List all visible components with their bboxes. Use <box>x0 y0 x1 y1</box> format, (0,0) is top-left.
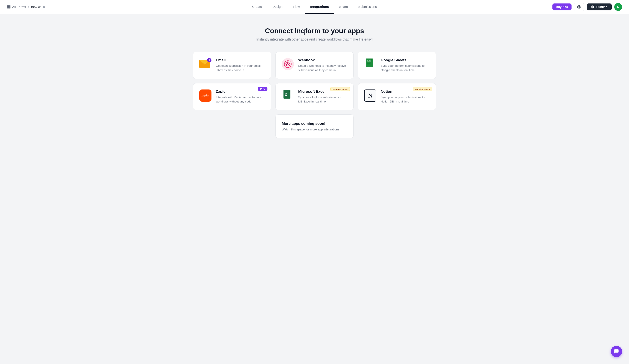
svg-rect-14 <box>369 60 370 61</box>
all-forms-label: All Forms <box>12 5 26 9</box>
page-subtitle: Instantly integrate with other apps and … <box>193 37 436 41</box>
zapier-icon: zapier <box>199 90 211 102</box>
tab-integrations[interactable]: Integrations <box>305 0 334 14</box>
google-sheets-icon <box>364 58 376 70</box>
svg-point-8 <box>289 65 290 66</box>
chat-button[interactable] <box>611 346 622 357</box>
tab-design[interactable]: Design <box>267 0 288 14</box>
excel-desc: Sync your Inqform submissions to MS Exce… <box>298 95 347 104</box>
current-form-name: new w <box>31 5 40 9</box>
svg-text:X: X <box>285 93 287 97</box>
svg-rect-11 <box>367 63 371 63</box>
integrations-grid: 1 Email Get each submission in your emai… <box>193 52 436 110</box>
svg-rect-3 <box>9 7 10 8</box>
tab-flow[interactable]: Flow <box>288 0 305 14</box>
more-apps-card: More apps coming soon! Watch this space … <box>276 114 353 138</box>
webhook-desc: Setup a webhook to instantly receive sub… <box>298 64 347 73</box>
svg-rect-2 <box>7 7 9 8</box>
avatar[interactable]: R <box>614 3 622 11</box>
eye-icon <box>577 5 581 9</box>
svg-rect-12 <box>367 64 370 64</box>
email-icon: 1 <box>199 58 211 70</box>
integration-email[interactable]: 1 Email Get each submission in your emai… <box>193 52 271 79</box>
tab-share[interactable]: Share <box>334 0 353 14</box>
svg-rect-15 <box>370 60 371 61</box>
svg-rect-0 <box>7 5 9 6</box>
integration-webhook[interactable]: Webhook Setup a webhook to instantly rec… <box>276 52 353 79</box>
excel-icon: X <box>282 90 294 102</box>
svg-point-4 <box>579 6 580 7</box>
more-apps-title: More apps coming soon! <box>282 122 347 126</box>
email-desc: Get each submission in your email inbox … <box>216 64 265 73</box>
svg-rect-10 <box>367 62 371 62</box>
integration-notion[interactable]: coming soon N Notion Sync your Inqform s… <box>358 83 436 110</box>
forms-icon <box>7 5 11 9</box>
zapier-desc: Integrate with Zapier and automate workf… <box>216 95 265 104</box>
page-title: Connect Inqform to your apps <box>193 27 436 35</box>
svg-point-6 <box>286 65 287 66</box>
main-content: Connect Inqform to your apps Instantly i… <box>184 14 445 156</box>
notion-icon: N <box>364 90 376 102</box>
rocket-icon <box>591 5 595 9</box>
coming-soon-badge-notion: coming soon <box>413 87 432 91</box>
svg-point-7 <box>287 62 288 63</box>
gsheets-desc: Sync your Inqform submissions to Google … <box>381 64 430 73</box>
webhook-icon <box>282 58 294 70</box>
more-apps-desc: Watch this space for more app integratio… <box>282 128 347 131</box>
all-forms-link[interactable]: All Forms <box>7 5 26 9</box>
svg-rect-1 <box>9 5 10 6</box>
settings-icon[interactable] <box>42 5 46 9</box>
breadcrumb-separator: > <box>27 5 29 9</box>
publish-button[interactable]: Publish <box>587 3 612 10</box>
header: All Forms > new w Create Design Flow Int… <box>0 0 629 14</box>
nav-tabs: Create Design Flow Integrations Share Su… <box>247 0 382 14</box>
integration-zapier[interactable]: PRO zapier Zapier Integrate with Zapier … <box>193 83 271 110</box>
svg-rect-13 <box>367 60 368 61</box>
pro-badge: PRO <box>258 87 267 91</box>
tab-submissions[interactable]: Submissions <box>353 0 382 14</box>
breadcrumb: All Forms > new w <box>7 5 46 9</box>
chat-icon <box>614 349 619 354</box>
buy-pro-button[interactable]: BuyPRO <box>552 3 572 10</box>
email-name: Email <box>216 58 265 62</box>
integration-excel[interactable]: coming soon X Microsoft Excel Sync your … <box>276 83 353 110</box>
zapier-name: Zapier <box>216 90 265 94</box>
header-actions: BuyPRO Publish R <box>552 3 622 11</box>
gsheets-name: Google Sheets <box>381 58 430 62</box>
integration-google-sheets[interactable]: Google Sheets Sync your Inqform submissi… <box>358 52 436 79</box>
webhook-name: Webhook <box>298 58 347 62</box>
preview-button[interactable] <box>574 3 584 11</box>
coming-soon-badge-excel: coming soon <box>330 87 350 91</box>
notion-desc: Sync your Inqform submissions to Notion … <box>381 95 430 104</box>
tab-create[interactable]: Create <box>247 0 267 14</box>
